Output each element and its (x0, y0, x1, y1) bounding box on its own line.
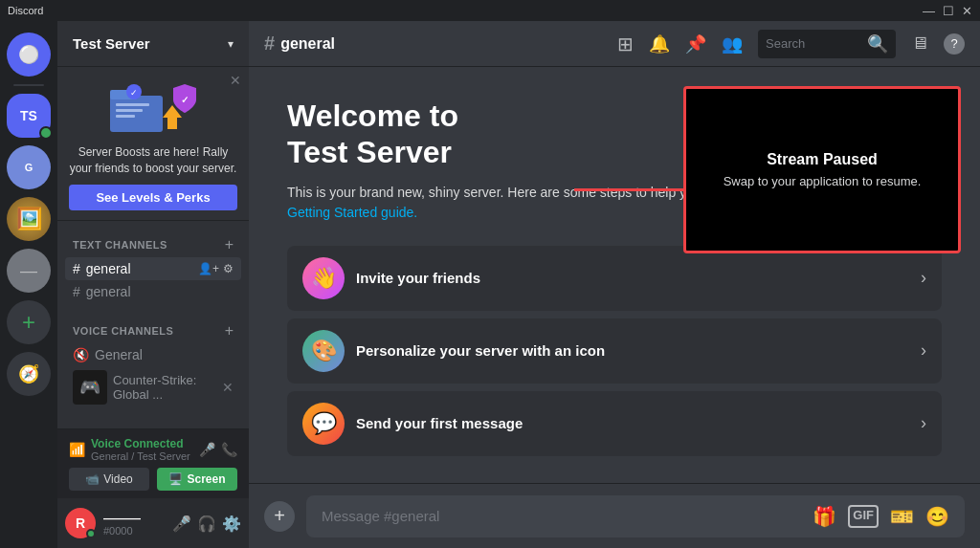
channel-settings-icon[interactable]: ⚙ (223, 262, 234, 275)
voice-channel-cs[interactable]: 🎮 Counter-Strike: Global ... ✕ (65, 366, 241, 408)
pin-icon[interactable]: 📌 (685, 33, 706, 55)
channel-item-general-active[interactable]: # general 👤+ ⚙ (65, 257, 241, 280)
cs-disconnect-icon[interactable]: ✕ (222, 380, 234, 395)
server-header[interactable]: Test Server ▾ (57, 21, 249, 67)
personalize-chevron: › (921, 340, 926, 361)
user-bar: R ——— #0000 🎤 🎧 ⚙️ (57, 498, 249, 548)
inbox-icon[interactable]: 🖥 (911, 33, 928, 54)
user-avatar: R (65, 508, 96, 538)
mute-button[interactable]: 🎤 (172, 515, 191, 533)
voice-channel-general[interactable]: 🔇 General (65, 343, 241, 366)
gif-icon[interactable]: GIF (848, 505, 879, 528)
see-levels-button[interactable]: See Levels & Perks (69, 185, 237, 210)
titlebar: Discord — ☐ ✕ (0, 0, 980, 21)
message-box: + 🎁 GIF 🎫 😊 (249, 483, 980, 548)
getting-started-link[interactable]: Getting Started guide. (287, 205, 417, 220)
svg-text:✓: ✓ (181, 95, 189, 105)
speaker-icon: 🔇 (73, 347, 89, 362)
server-icon-2-label: G (25, 162, 33, 173)
channel-header-name: # general (264, 33, 335, 55)
channel-name-general-2: general (86, 284, 131, 299)
deafen-button[interactable]: 🎧 (197, 515, 216, 533)
server-icon-4[interactable]: — (7, 249, 51, 293)
voice-top-controls: 🎤 📞 (199, 442, 237, 457)
add-icon: + (22, 309, 35, 336)
server-rail: ⚪ TS G 🖼️ — + 🧭 (0, 21, 57, 548)
channel-item-general-2[interactable]: # general (65, 280, 241, 303)
server-ts-label: TS (20, 108, 37, 123)
first-message-chevron: › (921, 413, 926, 433)
svg-rect-4 (116, 115, 135, 118)
video-label: Video (103, 472, 132, 486)
disconnect-icon[interactable]: 📞 (221, 442, 237, 457)
voice-channel-general-name: General (95, 347, 143, 362)
server-icon-2[interactable]: G (7, 145, 51, 189)
add-voice-channel-button[interactable]: + (225, 322, 234, 340)
content-area: Welcome to Test Server This is your bran… (249, 67, 980, 483)
personalize-emoji: 🎨 (311, 339, 337, 363)
voice-connected-bar: 📶 Voice Connected General / Test Server … (57, 428, 249, 498)
explore-icon: 🧭 (18, 363, 39, 384)
sidebar: Test Server ▾ ✕ (57, 21, 249, 548)
user-settings-button[interactable]: ⚙️ (222, 515, 241, 533)
add-server-button[interactable]: + (7, 300, 51, 344)
personalize-icon-card[interactable]: 🎨 Personalize your server with an icon › (287, 318, 942, 384)
notifications-icon[interactable]: 🔔 (649, 33, 670, 55)
first-message-text: Send your first message (356, 415, 909, 431)
discord-logo: ⚪ (18, 44, 39, 65)
cs-channel-name: Counter-Strike: Global ... (113, 373, 216, 402)
stream-paused-title: Stream Paused (767, 151, 878, 168)
search-input[interactable] (766, 36, 861, 51)
text-channels-header: TEXT CHANNELS + (65, 236, 241, 253)
unmute-icon[interactable]: 🎤 (199, 442, 215, 457)
home-button[interactable]: ⚪ (7, 33, 51, 77)
svg-rect-3 (116, 109, 143, 112)
explore-button[interactable]: 🧭 (7, 352, 51, 396)
voice-channels-header: VOICE CHANNELS + (65, 322, 241, 340)
user-controls: 🎤 🎧 ⚙️ (172, 515, 241, 533)
minimize-button[interactable]: — (923, 4, 935, 18)
add-attachment-button[interactable]: + (264, 501, 295, 532)
stream-paused-subtitle: Swap to your application to resume. (724, 174, 922, 188)
svg-rect-2 (116, 103, 149, 106)
stream-overlay: Stream Paused Swap to your application t… (683, 86, 961, 253)
message-emoji: 💬 (311, 411, 337, 436)
personalize-icon: 🎨 (302, 330, 345, 372)
sidebar-content: ✕ ✓ (57, 67, 249, 428)
boost-description: Server Boosts are here! Rally your frien… (69, 144, 237, 177)
rail-divider (13, 84, 44, 86)
help-icon[interactable]: ? (944, 33, 965, 55)
members-icon[interactable]: 👥 (722, 33, 743, 55)
gift-icon[interactable]: 🎁 (813, 505, 836, 528)
svg-rect-0 (110, 96, 163, 132)
server-icon-3[interactable]: 🖼️ (7, 197, 51, 241)
voice-channels-label: VOICE CHANNELS (73, 325, 173, 337)
user-avatar-letter: R (76, 515, 85, 531)
message-icon: 💬 (302, 403, 345, 445)
server-name: Test Server (73, 35, 150, 52)
screen-icon: 🖥️ (168, 472, 183, 486)
channel-header-title: general (280, 35, 335, 53)
first-message-card[interactable]: 💬 Send your first message › (287, 391, 942, 456)
message-input-actions: 🎁 GIF 🎫 😊 (813, 505, 949, 528)
voice-controls: 📹 Video 🖥️ Screen (69, 468, 237, 491)
sticker-icon[interactable]: 🎫 (890, 505, 914, 528)
screen-share-button[interactable]: 🖥️ Screen (157, 468, 237, 491)
video-button[interactable]: 📹 Video (69, 468, 149, 491)
hash-icon-2: # (73, 284, 80, 299)
server-icon-4-label: — (20, 261, 37, 281)
server-icon-3-label: 🖼️ (16, 207, 42, 231)
channel-hash-icon: # (264, 33, 275, 55)
emoji-icon[interactable]: 😊 (925, 505, 949, 528)
boost-close-button[interactable]: ✕ (230, 73, 241, 88)
invite-to-channel-icon[interactable]: 👤+ (198, 262, 219, 275)
personalize-text: Personalize your server with an icon (356, 342, 909, 359)
close-button[interactable]: ✕ (962, 4, 972, 18)
server-icon-ts[interactable]: TS (7, 94, 51, 138)
message-input[interactable] (322, 508, 813, 524)
add-text-channel-button[interactable]: + (225, 236, 234, 253)
invite-friends-card[interactable]: 👋 Invite your friends › (287, 246, 942, 311)
voice-status: 📶 Voice Connected General / Test Server … (69, 437, 237, 462)
hashtag-header-icon[interactable]: ⊞ (617, 33, 634, 55)
maximize-button[interactable]: ☐ (943, 4, 954, 18)
